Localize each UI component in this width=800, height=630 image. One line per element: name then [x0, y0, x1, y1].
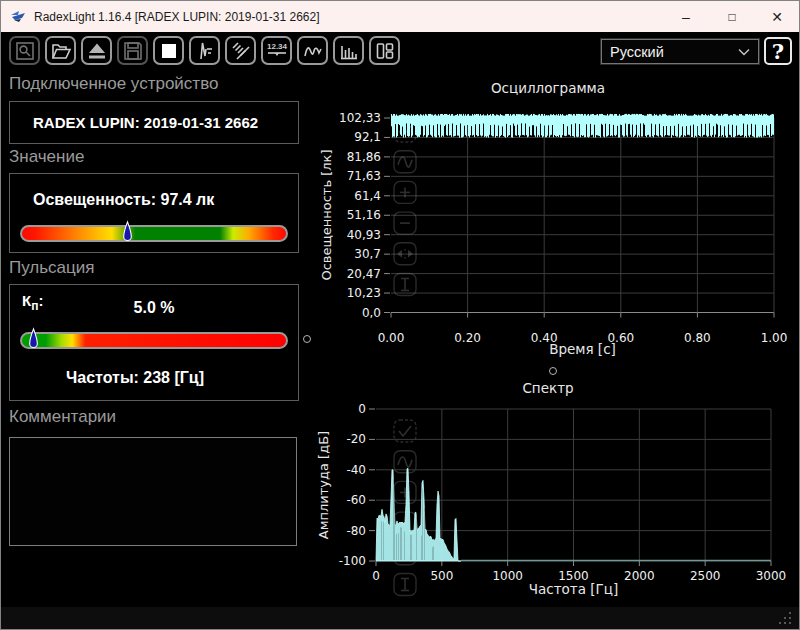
- spec-x-tick-label: 2500: [690, 569, 721, 583]
- spec-y-tick-label: 0: [358, 402, 366, 416]
- osc-y-tick-label: 71,63: [347, 169, 381, 183]
- osc-y-tick-label: 20,47: [347, 267, 381, 281]
- chart-tool-ibeam-icon[interactable]: [394, 274, 416, 296]
- spec-x-tick-label: 2000: [624, 569, 655, 583]
- spec-y-tick-label: -40: [346, 463, 366, 477]
- resize-grip[interactable]: [779, 612, 793, 626]
- spec-x-tick-label: 0: [372, 569, 380, 583]
- spec-y-tick-label: -60: [346, 493, 366, 507]
- osc-y-tick-label: 10,23: [347, 286, 381, 300]
- spec-y-tick-label: -100: [339, 554, 366, 568]
- osc-x-tick-label: 0.20: [454, 331, 481, 345]
- spec-x-tick-label: 3000: [756, 569, 787, 583]
- osc-y-tick-label: 61,4: [354, 189, 381, 203]
- osc-x-tick-label: 0.00: [378, 331, 405, 345]
- status-bar: [1, 607, 799, 630]
- oscillogram-waveform: [392, 114, 774, 138]
- chart-tool-plus-icon[interactable]: [394, 181, 416, 203]
- spec-y-axis-title: Амплитуда [дБ]: [316, 431, 331, 539]
- osc-y-tick-label: 30,7: [354, 247, 381, 261]
- charts-canvas: 0,010,2320,4730,740,9351,1661,471,6381,8…: [1, 1, 800, 630]
- spec-y-tick-label: -20: [346, 432, 366, 446]
- osc-y-axis-title: Освещенность [лк]: [319, 149, 334, 280]
- spectrum-title: Спектр: [522, 380, 573, 396]
- spectrum-curve: [376, 468, 461, 561]
- spec-x-tick-label: 1000: [492, 569, 523, 583]
- app-window: RadexLight 1.16.4 [RADEX LUPIN: 2019-01-…: [0, 0, 800, 630]
- chart-tool-wave-icon[interactable]: [394, 151, 416, 173]
- osc-x-tick-label: 1.00: [761, 331, 788, 345]
- osc-y-tick-label: 92,1: [354, 130, 381, 144]
- osc-y-tick-label: 0,0: [362, 306, 381, 320]
- splitter-handle-center[interactable]: [549, 367, 557, 375]
- osc-x-tick-label: 0.80: [684, 331, 711, 345]
- oscillogram-title: Осциллограмма: [491, 80, 605, 96]
- spec-x-tick-label: 500: [430, 569, 453, 583]
- chart-tool-ibeam-icon[interactable]: [394, 574, 416, 596]
- osc-y-tick-label: 40,93: [347, 228, 381, 242]
- osc-y-tick-label: 102,33: [339, 111, 381, 125]
- osc-y-tick-label: 51,16: [347, 208, 381, 222]
- osc-y-tick-label: 81,86: [347, 150, 381, 164]
- osc-x-axis-title: Время [с]: [549, 341, 616, 357]
- chart-tool-check-icon[interactable]: [394, 420, 416, 442]
- spec-y-tick-label: -80: [346, 524, 366, 538]
- spec-x-axis-title: Частота [Гц]: [529, 581, 618, 597]
